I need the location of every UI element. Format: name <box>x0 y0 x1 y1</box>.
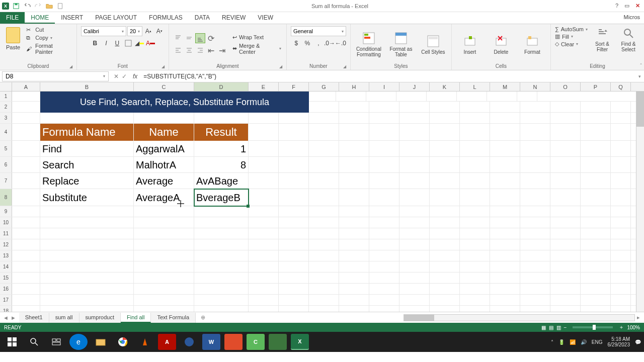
camtasia-button[interactable]: C <box>247 334 265 350</box>
cell-H9[interactable] <box>339 206 369 217</box>
acrobat-button[interactable]: A <box>158 334 176 350</box>
cell-H2[interactable] <box>339 102 369 113</box>
cell-I10[interactable] <box>369 217 399 228</box>
hscroll-right-icon[interactable]: ▸ <box>635 314 642 321</box>
cell-J7[interactable] <box>399 173 430 189</box>
cell-A11[interactable] <box>12 228 40 239</box>
tab-page-layout[interactable]: PAGE LAYOUT <box>89 12 143 24</box>
ribbon-options-icon[interactable]: ▭ <box>624 3 629 9</box>
cell-O10[interactable] <box>550 217 581 228</box>
cell-Q11[interactable] <box>611 228 631 239</box>
cell-H10[interactable] <box>339 217 369 228</box>
cell-C5[interactable]: AggarwalA <box>134 141 194 157</box>
clipboard-launcher-icon[interactable]: ◢ <box>69 64 72 69</box>
cell-L14[interactable] <box>460 261 490 273</box>
col-header-B[interactable]: B <box>40 82 134 91</box>
cell-K5[interactable] <box>430 141 460 157</box>
delete-cells-button[interactable]: Delete <box>487 34 515 55</box>
cell-O17[interactable] <box>550 295 581 306</box>
excel-taskbar-button[interactable]: X <box>291 334 309 350</box>
cell-K16[interactable] <box>430 284 460 295</box>
col-header-P[interactable]: P <box>581 82 611 91</box>
cell-H14[interactable] <box>339 261 369 273</box>
cell-D5[interactable]: 1 <box>194 141 249 157</box>
cell-E8[interactable] <box>249 189 279 206</box>
comma-button[interactable]: , <box>313 38 324 48</box>
cell-I12[interactable] <box>369 239 399 250</box>
row-header-13[interactable]: 13 <box>0 250 12 261</box>
cell-D3[interactable] <box>194 113 249 124</box>
cell-F14[interactable] <box>279 261 309 273</box>
grow-font-button[interactable]: A▴ <box>143 26 153 36</box>
cell-M15[interactable] <box>490 273 520 284</box>
cell-C9[interactable] <box>134 206 194 217</box>
currency-button[interactable]: $ <box>291 38 301 48</box>
cell-E5[interactable] <box>249 141 279 157</box>
number-launcher-icon[interactable]: ◢ <box>343 64 346 69</box>
cell-D6[interactable]: 8 <box>194 157 249 173</box>
cell-I6[interactable] <box>369 157 399 173</box>
cell-D17[interactable] <box>194 295 249 306</box>
battery-icon[interactable]: 🔋 <box>558 339 565 345</box>
enter-formula-icon[interactable]: ✓ <box>122 73 127 80</box>
row-header-9[interactable]: 9 <box>0 206 12 217</box>
cell-G11[interactable] <box>309 228 339 239</box>
cell-P7[interactable] <box>581 173 611 189</box>
cell-K15[interactable] <box>430 273 460 284</box>
cell-A3[interactable] <box>12 113 40 124</box>
percent-button[interactable]: % <box>302 38 312 48</box>
cell-N14[interactable] <box>520 261 550 273</box>
cell-O13[interactable] <box>550 250 581 261</box>
cell-O7[interactable] <box>550 173 581 189</box>
cell-A5[interactable] <box>12 141 40 157</box>
cell-Q10[interactable] <box>611 217 631 228</box>
font-launcher-icon[interactable]: ◢ <box>162 64 165 69</box>
cell-E12[interactable] <box>249 239 279 250</box>
cell-G17[interactable] <box>309 295 339 306</box>
tab-insert[interactable]: INSERT <box>55 12 89 24</box>
row-header-17[interactable]: 17 <box>0 295 12 305</box>
cell-P18[interactable] <box>581 306 611 312</box>
cell-A16[interactable] <box>12 284 40 295</box>
cell-D12[interactable] <box>194 239 249 250</box>
row-header-2[interactable]: 2 <box>0 102 12 112</box>
cell-H13[interactable] <box>339 250 369 261</box>
app-button-1[interactable] <box>180 334 198 350</box>
cell-H8[interactable] <box>339 189 369 206</box>
collapse-ribbon-icon[interactable]: ˆ <box>640 63 642 69</box>
cell-I17[interactable] <box>369 295 399 306</box>
tab-formulas[interactable]: FORMULAS <box>143 12 189 24</box>
cell-Q14[interactable] <box>611 261 631 273</box>
col-header-E[interactable]: E <box>249 82 279 91</box>
tab-file[interactable]: FILE <box>0 12 25 24</box>
expand-formula-icon[interactable]: ▾ <box>635 74 644 79</box>
cell-Q13[interactable] <box>611 250 631 261</box>
cell-P1[interactable] <box>487 92 517 102</box>
cell-E13[interactable] <box>249 250 279 261</box>
cell-N16[interactable] <box>520 284 550 295</box>
bold-button[interactable]: B <box>90 38 100 48</box>
cell-M13[interactable] <box>490 250 520 261</box>
cell-E6[interactable] <box>249 157 279 173</box>
cell-C4[interactable]: Name <box>134 124 194 141</box>
cell-N10[interactable] <box>520 217 550 228</box>
cell-C8[interactable]: AverageA <box>134 189 194 206</box>
cell-J11[interactable] <box>399 228 430 239</box>
cell-E4[interactable] <box>249 124 279 141</box>
cell-A13[interactable] <box>12 250 40 261</box>
sheet-tab-find-all[interactable]: Find all <box>121 313 151 323</box>
cell-M4[interactable] <box>490 124 520 141</box>
cell-A7[interactable] <box>12 173 40 189</box>
volume-icon[interactable]: 🔊 <box>581 339 587 345</box>
word-button[interactable]: W <box>202 334 220 350</box>
cell-J18[interactable] <box>399 306 430 312</box>
cell-M14[interactable] <box>490 261 520 273</box>
cell-L16[interactable] <box>460 284 490 295</box>
cell-L9[interactable] <box>460 206 490 217</box>
cell-H5[interactable] <box>339 141 369 157</box>
cell-P10[interactable] <box>581 217 611 228</box>
cell-styles-button[interactable]: Cell Styles <box>419 34 447 55</box>
cell-A15[interactable] <box>12 273 40 284</box>
cell-P13[interactable] <box>581 250 611 261</box>
cell-G14[interactable] <box>309 261 339 273</box>
